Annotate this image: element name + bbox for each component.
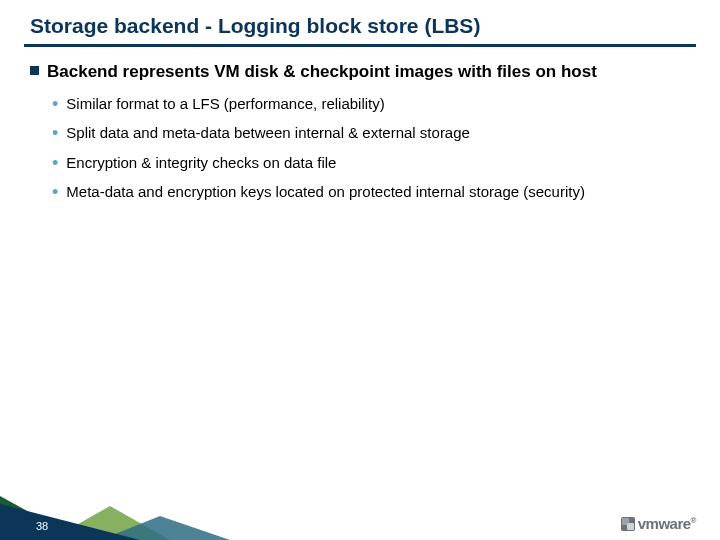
- sub-item-text: Similar format to a LFS (performance, re…: [66, 94, 384, 114]
- registered-mark: ®: [691, 516, 696, 525]
- bullet-dot-icon: •: [52, 124, 58, 142]
- square-bullet-icon: [30, 66, 39, 75]
- sub-item-text: Meta-data and encryption keys located on…: [66, 182, 585, 202]
- page-number: 38: [36, 520, 48, 532]
- vmware-logo-icon: [621, 517, 635, 531]
- list-item: • Encryption & integrity checks on data …: [52, 153, 696, 173]
- vmware-logo-text: vmware®: [638, 515, 696, 532]
- content-area: Backend represents VM disk & checkpoint …: [0, 47, 720, 202]
- heading-text: Backend represents VM disk & checkpoint …: [47, 61, 597, 84]
- bullet-dot-icon: •: [52, 154, 58, 172]
- list-item: • Meta-data and encryption keys located …: [52, 182, 696, 202]
- vmware-logo: vmware®: [621, 515, 696, 532]
- heading-row: Backend represents VM disk & checkpoint …: [30, 61, 696, 84]
- bullet-dot-icon: •: [52, 95, 58, 113]
- list-item: • Similar format to a LFS (performance, …: [52, 94, 696, 114]
- slide-footer: 38 vmware®: [0, 496, 720, 540]
- title-area: Storage backend - Logging block store (L…: [0, 0, 720, 38]
- sub-item-text: Split data and meta-data between interna…: [66, 123, 470, 143]
- sub-list: • Similar format to a LFS (performance, …: [52, 94, 696, 202]
- sub-item-text: Encryption & integrity checks on data fi…: [66, 153, 336, 173]
- vmware-logo-word: vmware: [638, 515, 691, 532]
- footer-triangle-icon: [0, 504, 140, 540]
- bullet-dot-icon: •: [52, 183, 58, 201]
- list-item: • Split data and meta-data between inter…: [52, 123, 696, 143]
- slide-title: Storage backend - Logging block store (L…: [30, 14, 720, 38]
